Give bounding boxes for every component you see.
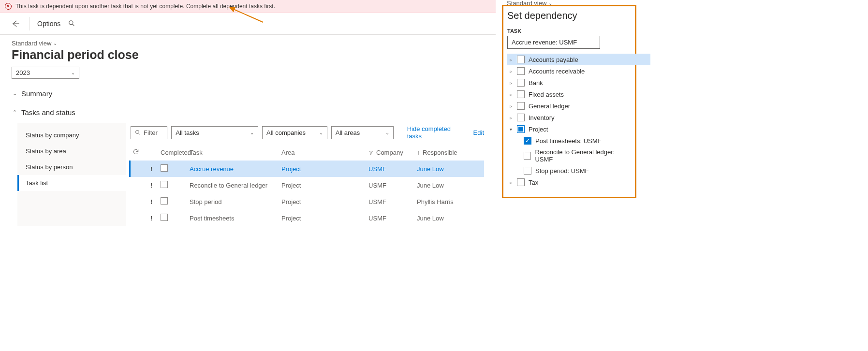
completed-checkbox[interactable] — [161, 214, 168, 221]
triangle-right-icon[interactable]: ▹ — [508, 103, 513, 109]
sidebar-item-task-list[interactable]: Task list — [17, 175, 126, 191]
alert-icon: ! — [144, 214, 159, 223]
checkbox-icon[interactable] — [524, 152, 531, 160]
cell-task[interactable]: Post timesheets — [188, 214, 280, 223]
tree-item-label: Bank — [529, 79, 543, 87]
hide-completed-link[interactable]: Hide completed tasks — [407, 125, 464, 140]
dependency-task-input[interactable]: Accrue revenue: USMF — [507, 36, 600, 49]
section-summary[interactable]: ⌄ Summary — [12, 89, 484, 98]
checkbox-icon[interactable] — [517, 56, 525, 63]
checkbox-icon[interactable] — [517, 178, 525, 186]
checkbox-checked-icon[interactable]: ✓ — [524, 137, 531, 145]
checkbox-icon[interactable] — [517, 67, 525, 75]
triangle-right-icon[interactable]: ▹ — [508, 57, 513, 62]
filter-areas-dropdown[interactable]: All areas ⌄ — [331, 126, 394, 139]
cell-task[interactable]: Accrue revenue — [188, 164, 280, 174]
sidebar-item-status-by-person[interactable]: Status by person — [17, 159, 126, 175]
alert-icon: ! — [144, 164, 159, 174]
grid-header: Completed Task Area Company ↑ Responsibl… — [131, 145, 484, 161]
tree-child-item[interactable]: ✓Post timesheets: USMF — [507, 135, 631, 146]
page-header: Standard view ⌄ Financial period close 2… — [0, 35, 496, 226]
tree-child-item[interactable]: Stop period: USMF — [507, 165, 631, 176]
tree-item[interactable]: ▹Tax — [507, 176, 631, 188]
tree-item-label: General ledger — [529, 102, 570, 110]
search-button[interactable] — [68, 20, 75, 28]
filter-tasks-dropdown[interactable]: All tasks ⌄ — [171, 126, 258, 139]
completed-checkbox[interactable] — [161, 164, 168, 172]
tree-item[interactable]: ▹General ledger — [507, 100, 631, 112]
col-task[interactable]: Task — [188, 148, 280, 157]
year-select[interactable]: 2023 ⌄ — [12, 67, 79, 79]
tree-item[interactable]: ▾Project — [507, 123, 631, 135]
options-menu[interactable]: Options — [37, 20, 60, 28]
table-row[interactable]: !Post timesheetsProjectUSMFJune Low — [131, 210, 484, 226]
checkbox-icon[interactable] — [517, 79, 525, 87]
grid-toolbar: Filter All tasks ⌄ All companies ⌄ All a… — [131, 123, 484, 145]
triangle-right-icon[interactable]: ▹ — [508, 92, 513, 97]
separator — [29, 17, 29, 30]
year-value: 2023 — [16, 69, 30, 76]
refresh-icon[interactable] — [131, 147, 144, 158]
tree-item[interactable]: ▹Accounts receivable — [507, 65, 631, 77]
tree-item-label: Accounts payable — [529, 56, 578, 63]
triangle-right-icon[interactable]: ▹ — [508, 180, 513, 185]
grid-area: Filter All tasks ⌄ All companies ⌄ All a… — [126, 123, 484, 226]
cell-company: USMF — [367, 197, 415, 206]
checkbox-icon[interactable] — [517, 90, 525, 98]
tree-item-label: Accounts receivable — [529, 68, 585, 75]
tree-item[interactable]: ▹Fixed assets — [507, 88, 631, 100]
edit-link[interactable]: Edit — [473, 129, 484, 136]
cell-company: USMF — [367, 181, 415, 190]
checkbox-icon[interactable] — [524, 167, 531, 175]
checkbox-icon[interactable] — [517, 114, 525, 121]
col-area[interactable]: Area — [280, 148, 367, 157]
col-company[interactable]: Company — [376, 149, 403, 156]
table-row[interactable]: !Accrue revenueProjectUSMFJune Low — [129, 161, 484, 177]
col-completed[interactable]: Completed — [159, 148, 188, 157]
svg-point-3 — [136, 131, 139, 134]
chevron-down-icon: ⌄ — [12, 90, 17, 97]
search-icon — [135, 130, 141, 135]
standard-view-dropdown[interactable]: Standard view ⌄ — [12, 40, 57, 47]
checkbox-partial-icon[interactable] — [517, 125, 525, 133]
svg-line-2 — [73, 24, 74, 26]
tree-child-item[interactable]: Reconcile to General ledger: USMF — [507, 146, 631, 165]
cell-responsible: June Low — [415, 164, 463, 174]
filter-companies-dropdown[interactable]: All companies ⌄ — [262, 126, 327, 139]
filter-input[interactable]: Filter — [131, 126, 167, 139]
tree-item-label: Project — [529, 126, 548, 133]
completed-checkbox[interactable] — [161, 197, 168, 205]
cell-area: Project — [280, 214, 367, 223]
cell-company: USMF — [367, 164, 415, 174]
tree-item-label: Post timesheets: USMF — [535, 137, 602, 145]
checkbox-icon[interactable] — [517, 102, 525, 110]
triangle-down-icon[interactable]: ▾ — [508, 127, 513, 132]
triangle-right-icon[interactable]: ▹ — [508, 80, 513, 86]
chevron-up-icon: ⌃ — [12, 109, 17, 116]
sidebar-item-status-by-area[interactable]: Status by area — [17, 143, 126, 159]
svg-point-1 — [69, 20, 73, 24]
section-tasks-label: Tasks and status — [21, 108, 75, 117]
tree-item[interactable]: ▹Bank — [507, 77, 631, 88]
standard-view-label: Standard view — [12, 40, 51, 47]
col-responsible[interactable]: Responsible — [423, 149, 457, 156]
alert-icon: ! — [144, 197, 159, 206]
chevron-down-icon: ⌄ — [71, 70, 75, 75]
tree-item-label: Stop period: USMF — [535, 167, 589, 175]
sidebar-item-status-by-company[interactable]: Status by company — [17, 127, 126, 143]
back-button[interactable] — [10, 18, 21, 29]
table-row[interactable]: !Stop periodProjectUSMFPhyllis Harris — [131, 193, 484, 210]
triangle-right-icon[interactable]: ▹ — [508, 69, 513, 74]
completed-checkbox[interactable] — [161, 181, 168, 188]
tree-item[interactable]: ▹Inventory — [507, 112, 631, 123]
section-tasks[interactable]: ⌃ Tasks and status — [12, 108, 484, 117]
cell-task[interactable]: Stop period — [188, 197, 280, 206]
table-row[interactable]: !Reconcile to General ledgerProjectUSMFJ… — [131, 177, 484, 193]
dependency-tree: ▹Accounts payable▹Accounts receivable▹Ba… — [507, 54, 631, 188]
dependency-task-label: TASK — [507, 28, 631, 34]
triangle-right-icon[interactable]: ▹ — [508, 115, 513, 120]
alert-icon: ! — [144, 181, 159, 190]
filter-areas-value: All areas — [336, 129, 360, 136]
cell-task[interactable]: Reconcile to General ledger — [188, 181, 280, 190]
tree-item[interactable]: ▹Accounts payable — [507, 54, 650, 65]
